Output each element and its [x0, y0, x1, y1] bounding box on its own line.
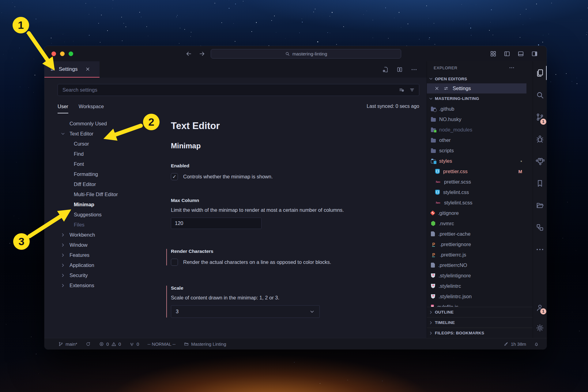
git-branch-status[interactable]: main*: [58, 341, 77, 347]
toggle-right-sidebar-icon[interactable]: [531, 50, 538, 57]
activity-explorer-button[interactable]: [533, 62, 547, 84]
ports-status[interactable]: 0: [129, 341, 139, 347]
activity-source-control-button[interactable]: 1: [533, 106, 547, 128]
activity-file-ops-button[interactable]: [533, 194, 547, 216]
sidebar-section-header[interactable]: FILEOPS: BOOKMARKS: [427, 328, 533, 338]
toc-item[interactable]: Suggestions: [44, 210, 158, 220]
file-row[interactable]: .prettier-cache: [427, 229, 533, 239]
explorer-more-actions-icon[interactable]: [509, 65, 515, 71]
settings-search-input[interactable]: [62, 87, 399, 93]
file-row[interactable]: .prettierignore: [427, 239, 533, 249]
account-button[interactable]: 1: [533, 298, 547, 318]
toc-item[interactable]: Workbench: [44, 230, 158, 240]
toc-item-label: Application: [70, 262, 94, 268]
tab-settings[interactable]: Settings: [44, 61, 100, 78]
filter-settings-icon[interactable]: [409, 87, 415, 93]
window-controls: [51, 51, 73, 56]
file-row[interactable]: .prettierrcNO: [427, 260, 533, 270]
file-row[interactable]: .nvmrc: [427, 218, 533, 229]
project-folder-header[interactable]: MASTERING-LINTING: [427, 93, 533, 104]
toc-item[interactable]: Formatting: [44, 169, 158, 179]
toc-item[interactable]: Text Editor: [44, 129, 158, 139]
status-icon: [58, 341, 63, 347]
file-row[interactable]: prettier.css M: [427, 166, 533, 177]
scale-select[interactable]: 3: [171, 305, 320, 318]
file-row[interactable]: .gitignore: [427, 208, 533, 218]
manage-gear-button[interactable]: [533, 318, 547, 338]
toc-item[interactable]: Find: [44, 149, 158, 159]
toc-item-label: Cursor: [74, 141, 89, 147]
file-row[interactable]: stylelint.css: [427, 187, 533, 197]
toc-item[interactable]: Multi-File Diff Editor: [44, 189, 158, 200]
toc-item[interactable]: Commonly Used: [44, 119, 158, 129]
vim-mode-status[interactable]: -- NORMAL --: [147, 341, 175, 347]
file-row[interactable]: .prettierrc.js: [427, 249, 533, 260]
toc-item[interactable]: Files: [44, 220, 158, 230]
chevron-right-icon: [60, 273, 66, 278]
file-row[interactable]: .stylelintignore: [427, 270, 533, 281]
file-row[interactable]: prettier.scss: [427, 177, 533, 187]
file-row[interactable]: .stylelintrc.json: [427, 291, 533, 302]
toc-item[interactable]: Window: [44, 240, 158, 250]
split-editor-button[interactable]: [396, 66, 403, 73]
enabled-checkbox[interactable]: [171, 173, 178, 180]
toggle-left-sidebar-icon[interactable]: [503, 50, 511, 57]
problems-status[interactable]: 0 0: [99, 341, 121, 347]
command-center-search[interactable]: mastering-linting: [211, 49, 401, 59]
toc-item[interactable]: Diff Editor: [44, 179, 158, 189]
open-settings-json-button[interactable]: [382, 66, 389, 73]
toc-item[interactable]: Font: [44, 159, 158, 169]
toc-item[interactable]: Cursor: [44, 139, 158, 149]
file-row[interactable]: other: [427, 135, 533, 145]
sidebar-section-header[interactable]: TIMELINE: [427, 317, 533, 328]
back-icon[interactable]: [185, 50, 192, 57]
close-window-button[interactable]: [51, 51, 56, 56]
sync-status[interactable]: [85, 341, 91, 347]
vscode-window: mastering-linting Settings: [44, 46, 547, 349]
toc-item[interactable]: Extensions: [44, 280, 158, 291]
activity-more-button[interactable]: [533, 238, 547, 261]
close-editor-icon[interactable]: [434, 86, 439, 91]
notifications-bell[interactable]: [534, 341, 539, 347]
setting-description: Controls whether the minimap is shown.: [183, 174, 273, 180]
close-tab-icon[interactable]: [85, 67, 90, 72]
session-time-status[interactable]: 1h 38m: [503, 341, 526, 347]
clear-settings-search-icon[interactable]: [399, 87, 405, 93]
open-editors-header[interactable]: OPEN EDITORS: [427, 74, 533, 83]
toggle-panel-icon[interactable]: [517, 50, 524, 57]
settings-scope-row: User Workspace Last synced: 0 secs ago: [58, 104, 419, 113]
toc-item-label: Security: [70, 272, 88, 278]
maximize-window-button[interactable]: [69, 51, 73, 56]
activity-bookmarks-button[interactable]: [533, 172, 547, 194]
project-name-status[interactable]: Mastering Linting: [184, 341, 226, 347]
activity-search-button[interactable]: [533, 84, 547, 106]
scope-tab[interactable]: Workspace: [79, 104, 104, 113]
max-column-input[interactable]: 120: [171, 218, 262, 229]
file-row[interactable]: scripts: [427, 145, 533, 156]
file-row[interactable]: .github: [427, 104, 533, 114]
toc-item[interactable]: Minimap: [44, 200, 158, 210]
toc-item[interactable]: Security: [44, 270, 158, 280]
chevron-right-icon: [428, 331, 433, 336]
toc-item[interactable]: Application: [44, 260, 158, 270]
file-row[interactable]: NO.husky: [427, 114, 533, 124]
minimize-window-button[interactable]: [60, 51, 65, 56]
more-editor-actions-button[interactable]: [411, 66, 417, 73]
file-row[interactable]: node_modules: [427, 124, 533, 135]
chevron-down-icon: [428, 96, 433, 101]
scope-tab[interactable]: User: [58, 104, 68, 113]
file-row[interactable]: gulpfile.js: [427, 302, 533, 307]
activity-extensions-button[interactable]: [533, 150, 547, 172]
render-characters-checkbox[interactable]: [171, 259, 178, 266]
open-editor-settings-row[interactable]: Settings: [427, 83, 526, 93]
activity-project-manager-button[interactable]: [533, 216, 547, 238]
file-row[interactable]: stylelint.scss: [427, 197, 533, 208]
toc-item[interactable]: Features: [44, 250, 158, 260]
forward-icon[interactable]: [198, 50, 205, 57]
grid-layout-icon[interactable]: [490, 50, 497, 57]
file-row[interactable]: .stylelintrc: [427, 281, 533, 291]
sidebar-section-header[interactable]: OUTLINE: [427, 307, 533, 317]
status-left: main* 0 0: [58, 341, 226, 347]
file-row[interactable]: styles ●: [427, 156, 533, 166]
activity-debug-button[interactable]: [533, 128, 547, 150]
